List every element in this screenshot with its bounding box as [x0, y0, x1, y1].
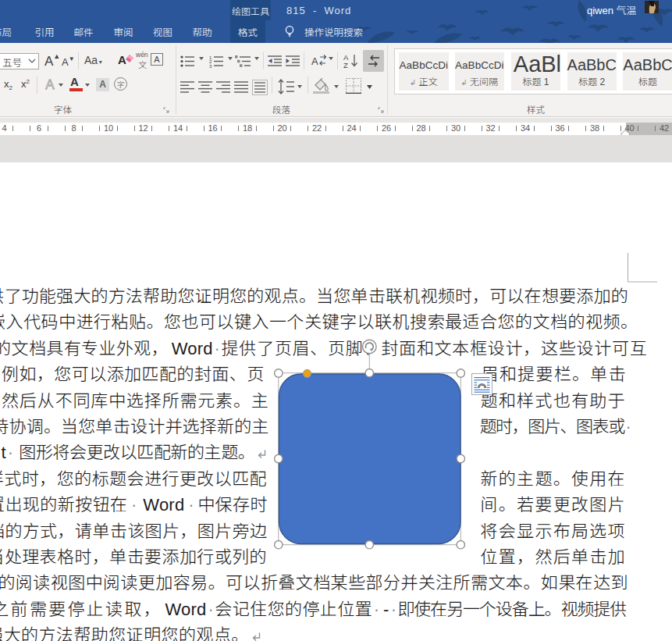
- svg-text:A: A: [311, 55, 318, 67]
- svg-text:3: 3: [209, 64, 212, 69]
- svg-text:Z: Z: [343, 61, 348, 69]
- svg-text:A: A: [45, 77, 55, 92]
